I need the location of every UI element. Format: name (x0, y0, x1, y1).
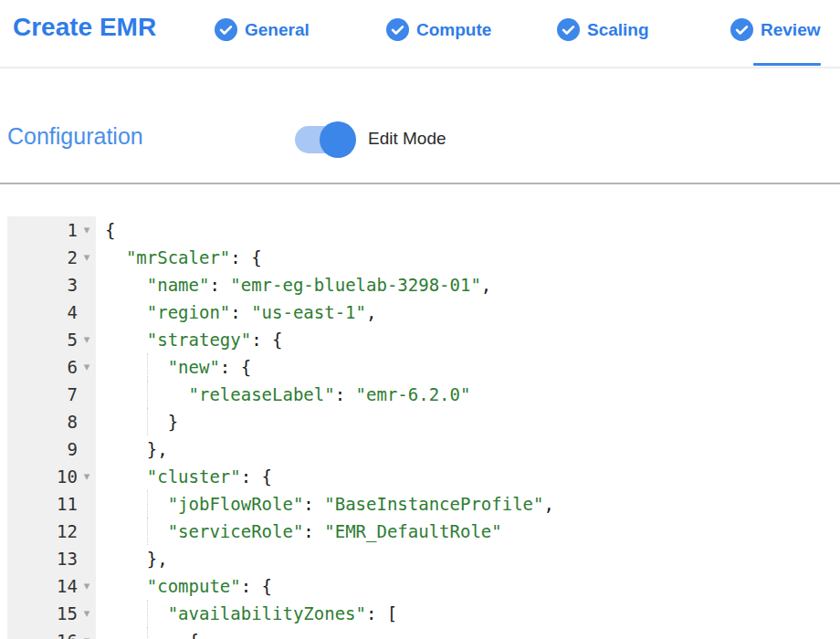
step-review[interactable]: Review (730, 0, 820, 67)
gutter-cell: 4 (7, 299, 96, 326)
line-number: 6 (68, 353, 78, 381)
code-line[interactable]: 11 "jobFlowRole": "BaseInstanceProfile", (0, 490, 840, 518)
indent-guide (147, 353, 148, 381)
gutter-cell: 15▾ (7, 600, 96, 627)
code-line[interactable]: 6▾ "new": { (0, 353, 840, 381)
step-label: Scaling (587, 20, 649, 40)
code-line-content[interactable]: { (96, 627, 840, 639)
step-general[interactable]: General (215, 0, 310, 67)
json-string-token: "region" (147, 302, 231, 322)
json-code-editor[interactable]: 1▾{2▾ "mrScaler": {3 "name": "emr-eg-blu… (0, 216, 840, 639)
gutter-cell: 2▾ (7, 244, 96, 271)
line-number: 10 (57, 463, 78, 490)
step-compute[interactable]: Compute (386, 0, 491, 67)
indentation (105, 439, 147, 459)
indent-guide (147, 518, 148, 545)
code-line[interactable]: 12 "serviceRole": "EMR_DefaultRole" (0, 518, 840, 545)
indent-guide (147, 381, 148, 408)
json-string-token: "us-east-1" (251, 302, 366, 322)
json-punctuation-token: : [ (366, 603, 397, 623)
code-line-content[interactable]: }, (96, 545, 840, 572)
indent-guide (147, 627, 148, 639)
edit-mode-label: Edit Mode (368, 129, 446, 149)
page-title: Create EMR (13, 13, 156, 42)
code-line[interactable]: 7 "releaseLabel": "emr-6.2.0" (0, 381, 840, 408)
gutter-cell: 9 (7, 435, 96, 463)
code-line-content[interactable]: "availabilityZones": [ (96, 600, 840, 627)
fold-chevron-down-icon[interactable]: ▾ (78, 326, 96, 353)
code-line[interactable]: 16▾ { (0, 627, 840, 639)
edit-mode-toggle[interactable] (295, 126, 353, 153)
fold-chevron-down-icon[interactable]: ▾ (78, 463, 96, 490)
fold-chevron-down-icon[interactable]: ▾ (78, 353, 96, 381)
code-line[interactable]: 5▾ "strategy": { (0, 326, 840, 353)
code-line-content[interactable]: { (96, 216, 840, 244)
json-punctuation-token: : { (220, 357, 251, 377)
json-string-token: "strategy" (147, 330, 251, 350)
code-line[interactable]: 13 }, (0, 545, 840, 572)
indent-guide (147, 490, 148, 518)
check-circle-icon (557, 18, 580, 41)
code-line-content[interactable]: "name": "emr-eg-bluelab-3298-01", (96, 271, 840, 299)
wizard-header: Create EMR General Compute Scaling Revie… (0, 0, 840, 68)
code-line-content[interactable]: "compute": { (96, 572, 840, 600)
json-string-token: "emr-6.2.0" (356, 384, 471, 404)
step-scaling[interactable]: Scaling (557, 0, 649, 67)
code-line-content[interactable]: "region": "us-east-1", (96, 299, 840, 326)
code-line[interactable]: 4 "region": "us-east-1", (0, 299, 840, 326)
line-number: 14 (57, 572, 78, 600)
configuration-section: Configuration Edit Mode (0, 121, 840, 158)
toggle-knob[interactable] (320, 121, 356, 158)
line-number: 12 (57, 518, 78, 545)
code-line[interactable]: 10▾ "cluster": { (0, 463, 840, 490)
json-punctuation-token: : { (251, 330, 282, 350)
line-number: 15 (57, 600, 78, 627)
gutter-cell: 7 (7, 381, 96, 408)
json-string-token: "serviceRole" (168, 521, 304, 541)
line-number: 11 (57, 490, 78, 518)
gutter-cell: 12 (7, 518, 96, 545)
code-line[interactable]: 1▾{ (0, 216, 840, 244)
line-number: 3 (68, 271, 78, 299)
json-string-token: "compute" (147, 576, 241, 596)
code-line[interactable]: 9 }, (0, 435, 840, 463)
line-number: 13 (57, 545, 78, 572)
json-string-token: "mrScaler" (126, 247, 230, 267)
code-line-content[interactable]: "cluster": { (96, 463, 840, 490)
fold-chevron-down-icon[interactable]: ▾ (78, 600, 96, 627)
code-line-content[interactable]: "mrScaler": { (96, 244, 840, 271)
code-line[interactable]: 15▾ "availabilityZones": [ (0, 600, 840, 627)
line-number: 7 (68, 381, 78, 408)
json-string-token: "cluster" (147, 466, 241, 487)
line-number: 8 (68, 408, 78, 435)
json-punctuation-token: { (105, 220, 115, 240)
fold-chevron-down-icon[interactable]: ▾ (78, 244, 96, 271)
fold-chevron-down-icon[interactable]: ▾ (78, 627, 96, 639)
code-line[interactable]: 8 } (0, 408, 840, 435)
fold-chevron-down-icon[interactable]: ▾ (78, 216, 96, 244)
code-line-content[interactable]: } (96, 408, 840, 435)
gutter-cell: 5▾ (7, 326, 96, 353)
json-punctuation-token: , (543, 494, 553, 514)
json-punctuation-token: , (366, 302, 376, 322)
check-circle-icon (730, 18, 753, 41)
code-line[interactable]: 3 "name": "emr-eg-bluelab-3298-01", (0, 271, 840, 299)
code-line-content[interactable]: }, (96, 435, 840, 463)
code-line[interactable]: 2▾ "mrScaler": { (0, 244, 840, 271)
code-line-content[interactable]: "releaseLabel": "emr-6.2.0" (96, 381, 840, 408)
code-line-content[interactable]: "new": { (96, 353, 840, 381)
code-line-content[interactable]: "strategy": { (96, 326, 840, 353)
line-number: 5 (68, 326, 78, 353)
fold-chevron-down-icon[interactable]: ▾ (78, 572, 96, 600)
section-title: Configuration (7, 123, 143, 150)
step-label: General (245, 20, 310, 40)
code-line[interactable]: 14▾ "compute": { (0, 572, 840, 600)
line-number: 4 (68, 299, 78, 326)
json-punctuation-token: : (335, 384, 356, 404)
code-line-content[interactable]: "jobFlowRole": "BaseInstanceProfile", (96, 490, 840, 518)
json-string-token: "new" (168, 357, 220, 377)
json-punctuation-token: : { (241, 576, 272, 596)
line-number: 1 (68, 216, 78, 244)
gutter-cell: 8 (7, 408, 96, 435)
code-line-content[interactable]: "serviceRole": "EMR_DefaultRole" (96, 518, 840, 545)
